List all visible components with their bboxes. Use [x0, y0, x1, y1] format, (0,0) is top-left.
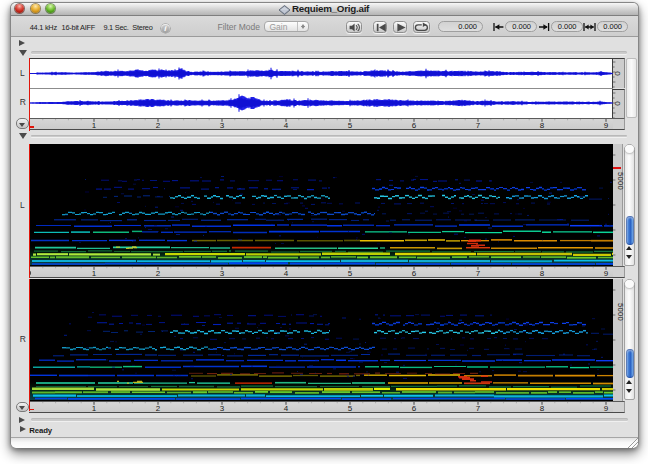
svg-text:2: 2: [155, 404, 160, 412]
svg-text:1: 1: [91, 121, 96, 129]
svg-text:9: 9: [603, 121, 608, 129]
svg-text:5: 5: [347, 404, 352, 412]
svg-text:7: 7: [475, 404, 480, 412]
svg-text:6: 6: [411, 121, 416, 129]
svg-text:5: 5: [347, 269, 352, 277]
svg-text:6: 6: [411, 269, 416, 277]
svg-text:1: 1: [91, 404, 96, 412]
svg-text:8: 8: [539, 121, 544, 129]
svg-text:8: 8: [539, 269, 544, 277]
svg-text:4: 4: [283, 404, 288, 412]
svg-text:7: 7: [475, 269, 480, 277]
svg-text:2: 2: [155, 269, 160, 277]
svg-text:9: 9: [603, 269, 608, 277]
svg-text:4: 4: [283, 269, 288, 277]
svg-text:4: 4: [283, 121, 288, 129]
svg-text:8: 8: [539, 404, 544, 412]
svg-text:3: 3: [219, 404, 224, 412]
svg-text:3: 3: [219, 269, 224, 277]
svg-text:6: 6: [411, 404, 416, 412]
svg-text:9: 9: [603, 404, 608, 412]
svg-text:5: 5: [347, 121, 352, 129]
svg-text:7: 7: [475, 121, 480, 129]
svg-text:1: 1: [91, 269, 96, 277]
svg-text:3: 3: [219, 121, 224, 129]
svg-text:2: 2: [155, 121, 160, 129]
